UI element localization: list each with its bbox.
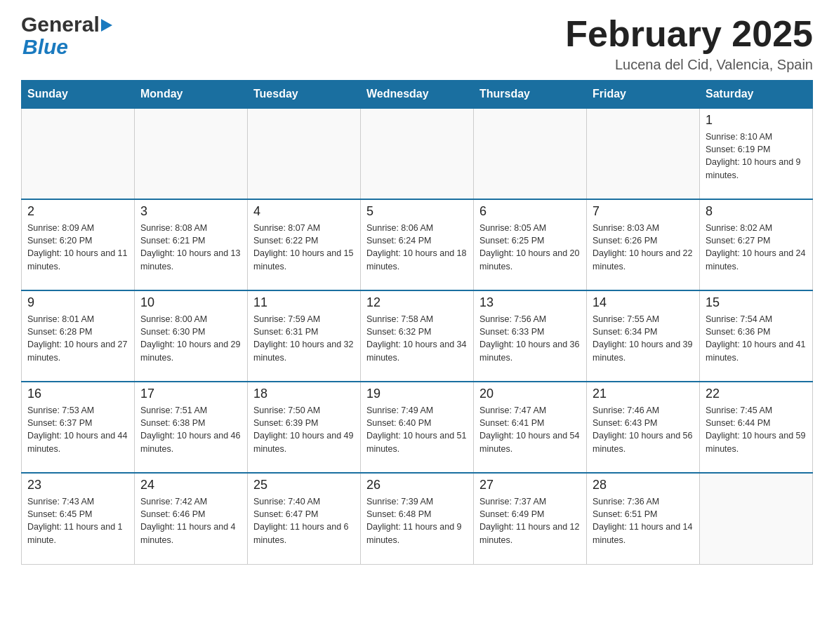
day-info: Sunrise: 7:50 AM Sunset: 6:39 PM Dayligh… xyxy=(253,404,355,455)
calendar-day-cell: 27Sunrise: 7:37 AM Sunset: 6:49 PM Dayli… xyxy=(474,473,587,564)
calendar-week-row: 23Sunrise: 7:43 AM Sunset: 6:45 PM Dayli… xyxy=(22,473,813,564)
calendar-table: SundayMondayTuesdayWednesdayThursdayFrid… xyxy=(21,80,813,565)
day-number: 21 xyxy=(593,387,694,401)
day-info: Sunrise: 8:08 AM Sunset: 6:21 PM Dayligh… xyxy=(140,222,241,273)
day-info: Sunrise: 8:03 AM Sunset: 6:26 PM Dayligh… xyxy=(593,222,694,273)
day-info: Sunrise: 7:54 AM Sunset: 6:36 PM Dayligh… xyxy=(706,313,807,364)
day-info: Sunrise: 7:37 AM Sunset: 6:49 PM Dayligh… xyxy=(479,495,581,546)
calendar-empty-cell xyxy=(587,108,700,199)
day-number: 16 xyxy=(27,387,128,401)
calendar-day-cell: 21Sunrise: 7:46 AM Sunset: 6:43 PM Dayli… xyxy=(587,382,700,473)
day-number: 11 xyxy=(253,295,355,310)
calendar-day-cell: 18Sunrise: 7:50 AM Sunset: 6:39 PM Dayli… xyxy=(248,382,361,473)
location-subtitle: Lucena del Cid, Valencia, Spain xyxy=(565,57,813,73)
weekday-header-sunday: Sunday xyxy=(22,81,135,109)
weekday-header-tuesday: Tuesday xyxy=(248,81,361,109)
calendar-day-cell: 25Sunrise: 7:40 AM Sunset: 6:47 PM Dayli… xyxy=(248,473,361,564)
calendar-day-cell: 9Sunrise: 8:01 AM Sunset: 6:28 PM Daylig… xyxy=(22,290,135,382)
day-number: 19 xyxy=(366,387,468,401)
calendar-week-row: 1Sunrise: 8:10 AM Sunset: 6:19 PM Daylig… xyxy=(22,108,813,199)
day-number: 4 xyxy=(253,204,355,219)
calendar-day-cell: 28Sunrise: 7:36 AM Sunset: 6:51 PM Dayli… xyxy=(587,473,700,564)
calendar-day-cell: 3Sunrise: 8:08 AM Sunset: 6:21 PM Daylig… xyxy=(135,199,248,290)
logo-triangle-icon xyxy=(101,19,112,32)
title-block: February 2025 Lucena del Cid, Valencia, … xyxy=(565,14,813,73)
calendar-day-cell: 1Sunrise: 8:10 AM Sunset: 6:19 PM Daylig… xyxy=(700,108,813,199)
day-info: Sunrise: 8:06 AM Sunset: 6:24 PM Dayligh… xyxy=(366,222,468,273)
day-info: Sunrise: 7:58 AM Sunset: 6:32 PM Dayligh… xyxy=(366,313,468,364)
day-info: Sunrise: 8:01 AM Sunset: 6:28 PM Dayligh… xyxy=(27,313,128,364)
weekday-header-saturday: Saturday xyxy=(700,81,813,109)
day-info: Sunrise: 7:36 AM Sunset: 6:51 PM Dayligh… xyxy=(593,495,694,546)
calendar-header-row: SundayMondayTuesdayWednesdayThursdayFrid… xyxy=(22,81,813,109)
weekday-header-friday: Friday xyxy=(587,81,700,109)
calendar-day-cell: 12Sunrise: 7:58 AM Sunset: 6:32 PM Dayli… xyxy=(361,290,474,382)
day-number: 15 xyxy=(706,295,807,310)
weekday-header-monday: Monday xyxy=(135,81,248,109)
day-number: 5 xyxy=(366,204,468,219)
calendar-day-cell: 17Sunrise: 7:51 AM Sunset: 6:38 PM Dayli… xyxy=(135,382,248,473)
day-number: 3 xyxy=(140,204,241,219)
day-info: Sunrise: 7:40 AM Sunset: 6:47 PM Dayligh… xyxy=(253,495,355,546)
day-info: Sunrise: 8:07 AM Sunset: 6:22 PM Dayligh… xyxy=(253,222,355,273)
calendar-empty-cell xyxy=(474,108,587,199)
day-number: 6 xyxy=(479,204,581,219)
day-info: Sunrise: 7:49 AM Sunset: 6:40 PM Dayligh… xyxy=(366,404,468,455)
calendar-day-cell: 22Sunrise: 7:45 AM Sunset: 6:44 PM Dayli… xyxy=(700,382,813,473)
calendar-empty-cell xyxy=(700,473,813,564)
day-number: 8 xyxy=(706,204,807,219)
page-header: General Blue February 2025 Lucena del Ci… xyxy=(21,14,813,73)
day-info: Sunrise: 8:00 AM Sunset: 6:30 PM Dayligh… xyxy=(140,313,241,364)
calendar-day-cell: 14Sunrise: 7:55 AM Sunset: 6:34 PM Dayli… xyxy=(587,290,700,382)
day-number: 22 xyxy=(706,387,807,401)
day-info: Sunrise: 7:47 AM Sunset: 6:41 PM Dayligh… xyxy=(479,404,581,455)
day-number: 24 xyxy=(140,478,241,492)
day-number: 12 xyxy=(366,295,468,310)
calendar-day-cell: 16Sunrise: 7:53 AM Sunset: 6:37 PM Dayli… xyxy=(22,382,135,473)
day-number: 13 xyxy=(479,295,581,310)
day-number: 10 xyxy=(140,295,241,310)
calendar-day-cell: 8Sunrise: 8:02 AM Sunset: 6:27 PM Daylig… xyxy=(700,199,813,290)
calendar-day-cell: 15Sunrise: 7:54 AM Sunset: 6:36 PM Dayli… xyxy=(700,290,813,382)
weekday-header-wednesday: Wednesday xyxy=(361,81,474,109)
logo-blue-label: Blue xyxy=(22,35,68,58)
day-number: 23 xyxy=(27,478,128,492)
day-info: Sunrise: 7:59 AM Sunset: 6:31 PM Dayligh… xyxy=(253,313,355,364)
day-number: 26 xyxy=(366,478,468,492)
day-number: 9 xyxy=(27,295,128,310)
calendar-empty-cell xyxy=(361,108,474,199)
day-info: Sunrise: 7:51 AM Sunset: 6:38 PM Dayligh… xyxy=(140,404,241,455)
day-number: 7 xyxy=(593,204,694,219)
day-number: 17 xyxy=(140,387,241,401)
calendar-week-row: 9Sunrise: 8:01 AM Sunset: 6:28 PM Daylig… xyxy=(22,290,813,382)
calendar-empty-cell xyxy=(22,108,135,199)
day-info: Sunrise: 8:05 AM Sunset: 6:25 PM Dayligh… xyxy=(479,222,581,273)
calendar-day-cell: 24Sunrise: 7:42 AM Sunset: 6:46 PM Dayli… xyxy=(135,473,248,564)
calendar-day-cell: 7Sunrise: 8:03 AM Sunset: 6:26 PM Daylig… xyxy=(587,199,700,290)
calendar-day-cell: 10Sunrise: 8:00 AM Sunset: 6:30 PM Dayli… xyxy=(135,290,248,382)
weekday-header-thursday: Thursday xyxy=(474,81,587,109)
calendar-day-cell: 19Sunrise: 7:49 AM Sunset: 6:40 PM Dayli… xyxy=(361,382,474,473)
logo: General Blue xyxy=(21,14,114,59)
day-info: Sunrise: 7:39 AM Sunset: 6:48 PM Dayligh… xyxy=(366,495,468,546)
calendar-week-row: 16Sunrise: 7:53 AM Sunset: 6:37 PM Dayli… xyxy=(22,382,813,473)
day-info: Sunrise: 7:56 AM Sunset: 6:33 PM Dayligh… xyxy=(479,313,581,364)
day-number: 27 xyxy=(479,478,581,492)
day-info: Sunrise: 7:53 AM Sunset: 6:37 PM Dayligh… xyxy=(27,404,128,455)
day-info: Sunrise: 7:43 AM Sunset: 6:45 PM Dayligh… xyxy=(27,495,128,546)
day-number: 20 xyxy=(479,387,581,401)
calendar-day-cell: 20Sunrise: 7:47 AM Sunset: 6:41 PM Dayli… xyxy=(474,382,587,473)
day-info: Sunrise: 8:02 AM Sunset: 6:27 PM Dayligh… xyxy=(706,222,807,273)
day-info: Sunrise: 8:10 AM Sunset: 6:19 PM Dayligh… xyxy=(706,130,807,182)
logo-general-text: General xyxy=(21,14,100,35)
calendar-day-cell: 6Sunrise: 8:05 AM Sunset: 6:25 PM Daylig… xyxy=(474,199,587,290)
calendar-day-cell: 2Sunrise: 8:09 AM Sunset: 6:20 PM Daylig… xyxy=(22,199,135,290)
calendar-day-cell: 4Sunrise: 8:07 AM Sunset: 6:22 PM Daylig… xyxy=(248,199,361,290)
calendar-day-cell: 23Sunrise: 7:43 AM Sunset: 6:45 PM Dayli… xyxy=(22,473,135,564)
calendar-empty-cell xyxy=(248,108,361,199)
day-info: Sunrise: 7:55 AM Sunset: 6:34 PM Dayligh… xyxy=(593,313,694,364)
calendar-day-cell: 26Sunrise: 7:39 AM Sunset: 6:48 PM Dayli… xyxy=(361,473,474,564)
day-number: 1 xyxy=(706,113,807,128)
calendar-empty-cell xyxy=(135,108,248,199)
calendar-day-cell: 11Sunrise: 7:59 AM Sunset: 6:31 PM Dayli… xyxy=(248,290,361,382)
